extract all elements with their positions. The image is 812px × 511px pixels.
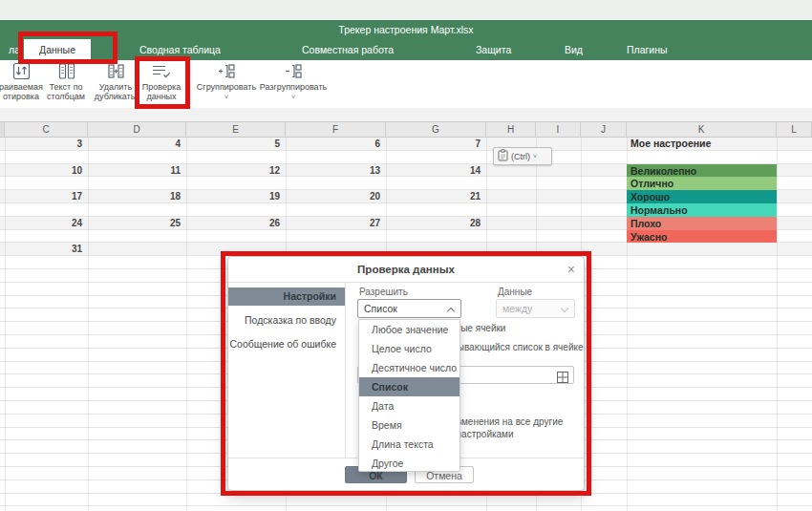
ribbon-toolbar: раиваемаяотировкаТекст постолбцамУдалить… [0, 60, 812, 108]
cell-E[interactable]: 12 [186, 164, 280, 178]
sheet-row: 1718192021Хорошо [0, 190, 812, 203]
window-titlebar: Трекер настроения Март.xlsx [0, 20, 812, 39]
cell-D[interactable]: 18 [88, 190, 181, 203]
toolbar-button-ungroup[interactable]: Разгруппировать˅ [252, 62, 334, 100]
chevron-down-icon: ˅ [533, 153, 537, 160]
sheet-row: 1011121314Великолепно [0, 164, 812, 178]
cell-D[interactable]: 25 [88, 217, 181, 230]
sheet-row [0, 151, 812, 164]
cell-G[interactable]: 28 [386, 217, 481, 230]
column-header-E[interactable]: E [186, 122, 286, 137]
cell-C[interactable]: 31 [5, 243, 82, 256]
document-title: Трекер настроения Март.xlsx [338, 24, 473, 35]
chevron-down-icon: ˅ [252, 94, 334, 100]
cell-F[interactable]: 13 [286, 164, 380, 178]
desktop-top-strip [0, 0, 812, 20]
mood-cell-1[interactable]: Великолепно [627, 164, 777, 178]
formula-bar-strip [0, 108, 812, 122]
cell-C[interactable]: 17 [5, 190, 82, 203]
paste-options-button[interactable]: (Ctrl) ˅ [493, 147, 552, 165]
tab-совместная работа[interactable]: Совместная работа [296, 39, 399, 60]
spreadsheet-app-window: Трекер настроения Март.xlsx лаДанныеСвод… [0, 0, 812, 511]
cell-C[interactable]: 3 [5, 138, 82, 151]
column-header-C[interactable]: C [5, 122, 88, 137]
ungroup-icon [252, 62, 334, 81]
tab-вид[interactable]: Вид [559, 39, 588, 60]
mood-cell-3[interactable]: Хорошо [627, 190, 777, 203]
column-header-J[interactable]: J [581, 122, 627, 137]
column-header-G[interactable]: G [386, 122, 486, 137]
cell-E[interactable]: 19 [186, 190, 280, 203]
cell-G[interactable]: 7 [386, 138, 481, 151]
cell-G[interactable]: 21 [386, 190, 481, 203]
annotation-box-validation-button [135, 56, 190, 109]
cell-F[interactable]: 20 [286, 190, 380, 203]
column-header-D[interactable]: D [88, 122, 186, 137]
cell-D[interactable]: 4 [88, 138, 181, 151]
tab-bar: лаДанныеСводная таблицаСовместная работа… [0, 39, 812, 60]
cell-G[interactable]: 14 [386, 164, 481, 178]
cell-F[interactable]: 6 [286, 138, 380, 151]
paste-options-label: (Ctrl) [511, 152, 530, 161]
annotation-box-dialog [221, 251, 591, 496]
cell-C[interactable]: 24 [5, 217, 82, 230]
column-header-F[interactable]: F [286, 122, 386, 137]
cell-C[interactable]: 10 [5, 164, 82, 178]
column-header-H[interactable]: H [486, 122, 536, 137]
annotation-box-data-tab [18, 32, 118, 64]
tab-защита[interactable]: Защита [470, 39, 517, 60]
sheet-row: Ужасно [0, 230, 812, 244]
column-header-K[interactable]: K [627, 122, 777, 137]
mood-cell-2[interactable]: Отлично [627, 177, 777, 190]
cell-F[interactable]: 27 [286, 217, 380, 230]
cell-D[interactable]: 11 [88, 164, 181, 178]
sheet-row [0, 506, 812, 511]
cell-E[interactable]: 26 [186, 217, 280, 230]
column-header-I[interactable]: I [536, 122, 581, 137]
cell-E[interactable]: 5 [186, 138, 280, 151]
sheet-row: 34567Мое настроение [0, 138, 812, 151]
mood-cell-6[interactable]: Ужасно [627, 230, 777, 244]
column-header-L[interactable]: L [777, 122, 812, 137]
sheet-row: 2425262728Плохо [0, 217, 812, 230]
toolbar-button-label: Разгруппировать [252, 83, 334, 93]
tab-плагины[interactable]: Плагины [621, 39, 673, 60]
grid-vline [777, 138, 778, 511]
mood-cell-4[interactable]: Нормально [627, 203, 777, 217]
mood-cell-5[interactable]: Плохо [627, 217, 777, 230]
sheet-row: Отлично [0, 177, 812, 190]
paste-icon [498, 148, 508, 165]
column-headers: CDEFGHIJKL [0, 122, 812, 138]
cell-K-header[interactable]: Мое настроение [630, 138, 777, 151]
sheet-row: Нормально [0, 203, 812, 217]
